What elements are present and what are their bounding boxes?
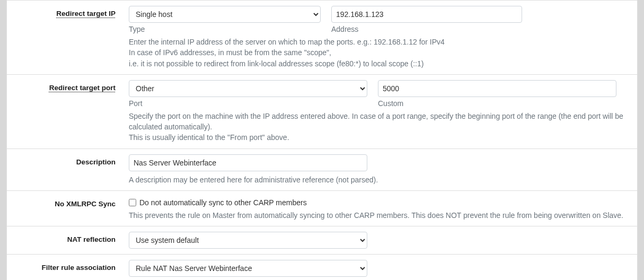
row-filter-rule-association: Filter rule association Rule NAT Nas Ser… (7, 254, 637, 280)
row-nat-reflection: NAT reflection Use system default (7, 226, 637, 254)
label-redirect-target-ip: Redirect target IP (56, 10, 116, 18)
help-description: A description may be entered here for ad… (129, 174, 629, 185)
redirect-target-ip-type-select[interactable]: Single host (129, 6, 321, 23)
help-redirect-target-port: Specify the port on the machine with the… (129, 111, 629, 143)
description-input[interactable] (129, 154, 367, 171)
row-redirect-target-ip: Redirect target IP Single host Type Addr… (7, 1, 637, 74)
label-filter-rule-association: Filter rule association (41, 264, 116, 272)
row-description: Description A description may be entered… (7, 148, 637, 190)
row-redirect-target-port: Redirect target port Other Port Custom S… (7, 74, 637, 148)
nat-reflection-select[interactable]: Use system default (129, 232, 367, 249)
redirect-target-port-custom-input[interactable] (378, 80, 616, 97)
label-nat-reflection: NAT reflection (67, 235, 116, 243)
sub-label-type: Type (129, 25, 321, 33)
sub-label-custom: Custom (378, 99, 629, 108)
no-xmlrpc-sync-checkbox-text: Do not automatically sync to other CARP … (139, 198, 307, 207)
label-no-xmlrpc-sync: No XMLRPC Sync (55, 200, 116, 208)
redirect-target-port-select[interactable]: Other (129, 80, 367, 97)
row-no-xmlrpc-sync: No XMLRPC Sync Do not automatically sync… (7, 190, 637, 226)
redirect-target-ip-address-input[interactable] (331, 6, 522, 23)
help-no-xmlrpc-sync: This prevents the rule on Master from au… (129, 210, 629, 221)
label-redirect-target-port: Redirect target port (49, 84, 116, 92)
sub-label-address: Address (331, 25, 522, 33)
help-redirect-target-ip: Enter the internal IP address of the ser… (129, 37, 629, 69)
filter-rule-association-select[interactable]: Rule NAT Nas Server Webinterface (129, 260, 367, 277)
label-description: Description (76, 158, 116, 166)
no-xmlrpc-sync-checkbox[interactable] (129, 199, 136, 206)
no-xmlrpc-sync-checkbox-label[interactable]: Do not automatically sync to other CARP … (129, 196, 629, 207)
sub-label-port: Port (129, 99, 367, 108)
